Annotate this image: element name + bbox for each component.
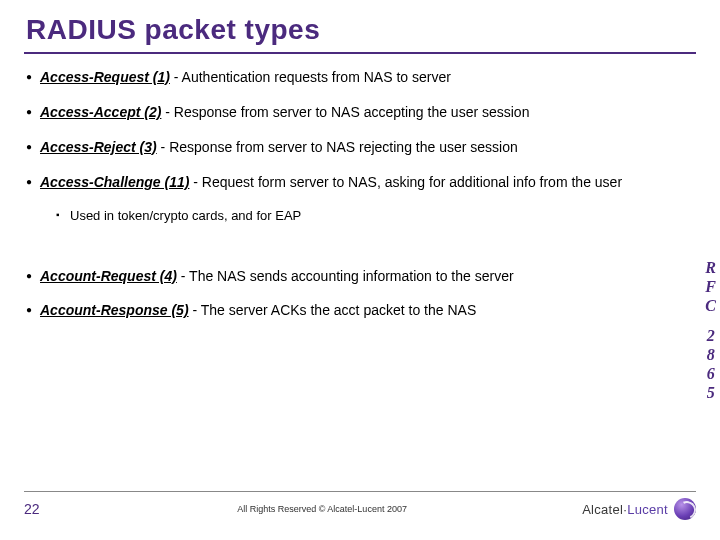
title-underline xyxy=(24,52,696,54)
bullet-term: Access-Accept (2) xyxy=(40,104,161,120)
bullet-desc: - Response from server to NAS rejecting … xyxy=(157,139,518,155)
brand-logo-icon xyxy=(674,498,696,520)
side-rfc-label: R F C 2 8 6 5 xyxy=(705,258,716,402)
brand-post: Lucent xyxy=(627,502,668,517)
bullet-item: Account-Response (5) - The server ACKs t… xyxy=(26,301,680,320)
brand-pre: Alcatel· xyxy=(582,502,627,517)
bullet-item: Access-Challenge (11) - Request form ser… xyxy=(26,173,680,192)
side-char: F xyxy=(705,277,716,296)
side-char: 6 xyxy=(705,364,716,383)
bullet-desc: - Response from server to NAS accepting … xyxy=(161,104,529,120)
brand: Alcatel·Lucent xyxy=(582,498,696,520)
bullet-item: Account-Request (4) - The NAS sends acco… xyxy=(26,267,680,286)
footer-row: 22 All Rights Reserved © Alcatel-Lucent … xyxy=(24,498,696,520)
bullet-item: Access-Accept (2) - Response from server… xyxy=(26,103,680,122)
slide-title: RADIUS packet types xyxy=(0,0,720,52)
footer: 22 All Rights Reserved © Alcatel-Lucent … xyxy=(0,491,720,520)
footer-divider xyxy=(24,491,696,492)
bullet-item: Access-Request (1) - Authentication requ… xyxy=(26,68,680,87)
bullet-term: Access-Challenge (11) xyxy=(40,174,189,190)
spacer xyxy=(26,239,680,259)
spacer xyxy=(705,316,716,326)
bullet-term: Account-Request (4) xyxy=(40,268,177,284)
side-char: 5 xyxy=(705,383,716,402)
bullet-desc: - Request form server to NAS, asking for… xyxy=(189,174,622,190)
sub-bullet: Used in token/crypto cards, and for EAP xyxy=(56,208,680,223)
side-char: C xyxy=(705,296,716,315)
slide: RADIUS packet types Access-Request (1) -… xyxy=(0,0,720,540)
page-number: 22 xyxy=(24,501,62,517)
bullet-item: Access-Reject (3) - Response from server… xyxy=(26,138,680,157)
content-area: Access-Request (1) - Authentication requ… xyxy=(0,68,720,320)
bullet-term: Account-Response (5) xyxy=(40,302,189,318)
side-char: 8 xyxy=(705,345,716,364)
brand-text: Alcatel·Lucent xyxy=(582,502,668,517)
bullet-desc: - Authentication requests from NAS to se… xyxy=(170,69,451,85)
bullet-term: Access-Reject (3) xyxy=(40,139,157,155)
side-char: 2 xyxy=(705,326,716,345)
side-char: R xyxy=(705,258,716,277)
bullet-desc: - The NAS sends accounting information t… xyxy=(177,268,514,284)
bullet-desc: - The server ACKs the acct packet to the… xyxy=(189,302,477,318)
bullet-term: Access-Request (1) xyxy=(40,69,170,85)
copyright-text: All Rights Reserved © Alcatel-Lucent 200… xyxy=(62,504,582,514)
